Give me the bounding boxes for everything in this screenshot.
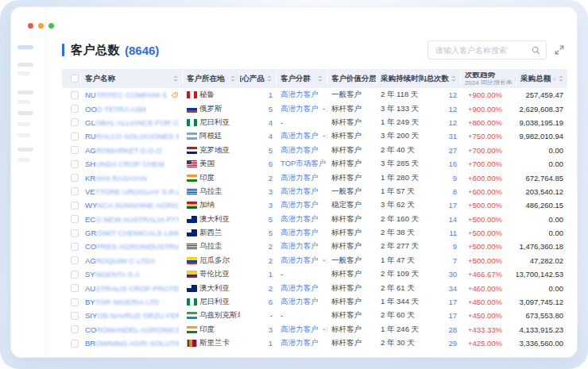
col-header-total-amount[interactable]: 采购总额: [516, 72, 567, 85]
customer-name-link[interactable]: ECO NEW AUSTRALIA PTY LIMITED: [85, 215, 179, 224]
col-header-trend[interactable]: 次数趋势 2024 同比增长率: [461, 72, 516, 85]
table-row[interactable]: GLOBAL ALLIANCE FOR CHEMICA... 尼日利亚 4 - …: [62, 116, 567, 129]
customer-name-link[interactable]: GLOBAL ALLIANCE FOR CHEMICA...: [85, 118, 179, 127]
row-checkbox[interactable]: [71, 146, 79, 154]
sidebar-item[interactable]: [17, 100, 30, 104]
customer-name-link[interactable]: SYNGENTA S.A: [85, 270, 140, 279]
segment-link[interactable]: 高潜力客户: [280, 173, 319, 183]
purchase-count-link[interactable]: 17: [448, 298, 457, 306]
search-input[interactable]: [434, 45, 532, 56]
purchase-count-link[interactable]: 17: [448, 311, 457, 320]
segment-link[interactable]: -: [280, 311, 283, 320]
sidebar-item[interactable]: [17, 122, 30, 126]
segment-link[interactable]: 高潜力客户: [280, 283, 319, 294]
col-header-core-products[interactable]: 核心产品: [240, 72, 277, 85]
core-products-link[interactable]: 1: [269, 90, 273, 99]
table-row[interactable]: BROWNING AGRI SOLUTIONS PVT LTD 斯里兰卡 1 高…: [62, 336, 567, 350]
core-products-link[interactable]: 2: [269, 256, 273, 265]
table-row[interactable]: NUTRITEC COMPANI S.A.C 秘鲁 1 高潜力客户 一般客户 2…: [62, 88, 567, 102]
purchase-count-link[interactable]: 12: [448, 105, 457, 113]
core-products-link[interactable]: 6: [269, 298, 273, 306]
core-products-link[interactable]: 1: [269, 339, 273, 348]
table-row[interactable]: RURALCO SOLUCIONES S.A 阿根廷 4 高潜力客户 +1 标杆…: [62, 129, 567, 143]
table-row[interactable]: BYTOR NIGERIA LTD 尼日利亚 6 高潜力客户 标杆客户 1 年 …: [62, 295, 567, 309]
table-row[interactable]: SYNGENTA S.A 哥伦比亚 1 - 标杆客户 2 年 109 天 30 …: [62, 267, 567, 281]
table-row[interactable]: KRISHI RASAYAN 印度 2 高潜力客户 标杆客户 1 年 280 天…: [62, 171, 567, 184]
segment-link[interactable]: 高潜力客户: [280, 338, 319, 348]
purchase-count-link[interactable]: 27: [448, 146, 457, 155]
table-row[interactable]: AUSTRALIS CROP PROTECTION P... 澳大利亚 2 高潜…: [62, 281, 567, 294]
row-checkbox[interactable]: [71, 118, 79, 126]
segment-link[interactable]: 高潜力客户: [280, 214, 319, 225]
table-row[interactable]: WYNCA SUNSHINE AGRIC PRODU... 加纳 3 高潜力客户…: [62, 198, 567, 212]
core-products-link[interactable]: 3: [269, 187, 273, 196]
core-products-link[interactable]: 6: [269, 160, 273, 168]
core-products-link[interactable]: 5: [269, 105, 273, 113]
segment-link[interactable]: 高潜力客户: [280, 325, 319, 335]
segment-link[interactable]: 高潜力客户: [280, 241, 319, 252]
sidebar-item[interactable]: [17, 133, 30, 137]
customer-name-link[interactable]: AGROQUIM C LTDA: [85, 256, 156, 265]
table-row[interactable]: OOD TETRA ASM 俄罗斯 5 高潜力客户 +1 标杆客户 3 年 13…: [62, 102, 567, 115]
row-checkbox[interactable]: [71, 187, 79, 195]
segment-link[interactable]: 高潜力客户: [280, 200, 319, 210]
col-header-location[interactable]: 客户所在地: [183, 72, 240, 85]
row-checkbox[interactable]: [71, 174, 79, 182]
purchase-count-link[interactable]: 17: [448, 201, 457, 209]
col-header-name[interactable]: 客户名称: [81, 72, 183, 85]
row-checkbox[interactable]: [71, 105, 79, 113]
purchase-count-link[interactable]: 8: [453, 187, 457, 196]
core-products-link[interactable]: 5: [269, 215, 273, 224]
purchase-count-link[interactable]: 11: [449, 229, 457, 237]
expand-icon[interactable]: [554, 44, 565, 56]
segment-link[interactable]: TOP市场客户: [280, 159, 326, 169]
core-products-link[interactable]: 2: [269, 284, 273, 293]
purchase-count-link[interactable]: 9: [453, 174, 457, 183]
core-products-link[interactable]: 5: [269, 229, 273, 237]
customer-name-link[interactable]: COPRES AGROINDUSTRIAL ALIANZ R...: [85, 242, 179, 251]
customer-name-link[interactable]: SIYOB NAVRUZ ORZU FERMER X...: [85, 311, 179, 320]
table-row[interactable]: AGROMARKET D.O.O 克罗地亚 5 高潜力客户 标杆客户 2 年 4…: [62, 144, 567, 157]
sort-icon[interactable]: [559, 75, 563, 82]
row-checkbox[interactable]: [71, 271, 79, 279]
purchase-count-link[interactable]: 12: [448, 90, 457, 99]
segment-link[interactable]: -: [280, 118, 283, 127]
segment-link[interactable]: 高潜力客户: [280, 256, 319, 266]
sort-icon[interactable]: [451, 75, 456, 82]
core-products-link[interactable]: 2: [269, 242, 273, 251]
info-icon[interactable]: [553, 75, 556, 83]
purchase-count-link[interactable]: 16: [448, 160, 457, 168]
col-header-value-tier[interactable]: 客户价值分层: [327, 72, 377, 85]
customer-name-link[interactable]: KRISHI RASAYAN: [85, 174, 147, 183]
row-checkbox[interactable]: [71, 160, 79, 168]
table-row[interactable]: AGROQUIM C LTDA 厄瓜多尔 2 高潜力客户 +1 一般客户 1 年…: [62, 254, 567, 267]
row-checkbox[interactable]: [71, 325, 79, 333]
segment-link[interactable]: 高潜力客户: [280, 228, 319, 238]
purchase-count-link[interactable]: 7: [453, 256, 457, 265]
purchase-count-link[interactable]: 34: [448, 284, 457, 293]
sort-icon[interactable]: [173, 75, 178, 82]
purchase-count-link[interactable]: 14: [448, 215, 457, 224]
table-row[interactable]: SHUNDA CROP CHEM 美国 6 TOP市场客户 标杆客户 3 年 2…: [62, 157, 567, 171]
row-checkbox[interactable]: [71, 133, 79, 140]
core-products-link[interactable]: -: [270, 311, 273, 320]
row-checkbox[interactable]: [71, 298, 79, 306]
sidebar-item[interactable]: [17, 71, 30, 75]
customer-name-link[interactable]: WYNCA SUNSHINE AGRIC PRODU...: [85, 201, 179, 209]
customer-search-box[interactable]: [427, 40, 547, 60]
customer-name-link[interactable]: BYTOR NIGERIA LTD: [85, 298, 160, 306]
core-products-link[interactable]: 3: [269, 325, 273, 334]
customer-name-link[interactable]: AUSTRALIS CROP PROTECTION P...: [85, 284, 179, 293]
sidebar-item[interactable]: [17, 111, 33, 115]
segment-link[interactable]: 高潜力客户: [280, 186, 319, 197]
core-products-link[interactable]: 4: [269, 132, 273, 140]
sidebar-item[interactable]: [17, 148, 33, 152]
segment-link[interactable]: 高潜力客户: [280, 297, 319, 307]
row-checkbox[interactable]: [71, 312, 79, 320]
row-checkbox[interactable]: [71, 243, 79, 251]
col-header-total-count[interactable]: 采购总次数: [424, 72, 461, 85]
sidebar-item[interactable]: [17, 63, 33, 67]
purchase-count-link[interactable]: 28: [448, 325, 457, 334]
core-products-link[interactable]: 4: [269, 118, 273, 127]
segment-link[interactable]: -: [280, 270, 283, 279]
